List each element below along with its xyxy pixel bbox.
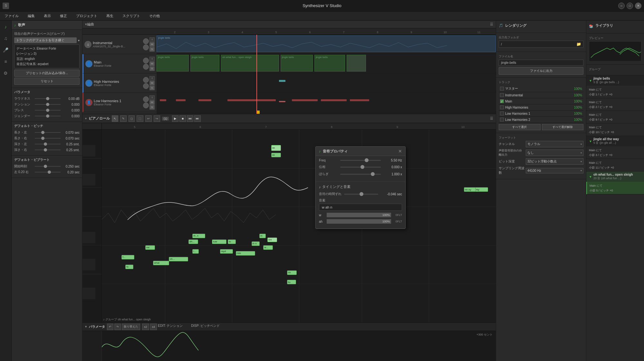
menu-play[interactable]: 再生: [104, 13, 115, 19]
lib-item-ohwhat-5[interactable]: Main にて 小節 5 / ピッチ +0: [586, 182, 644, 194]
checkbox-main[interactable]: ✓: [500, 99, 504, 103]
clip-lh-2[interactable]: [176, 99, 186, 101]
maximize-button[interactable]: □: [627, 3, 633, 9]
pitch-len-left-slider[interactable]: [35, 130, 61, 135]
icon-layers[interactable]: ≡: [2, 57, 10, 66]
pitch-depth-right-slider[interactable]: [35, 148, 61, 152]
checkbox-hh[interactable]: [500, 105, 504, 109]
icon-settings[interactable]: ⚙: [2, 69, 10, 77]
note-l[interactable]: l...: [192, 249, 199, 254]
note-fu[interactable]: fu: [125, 265, 133, 269]
reset-btn[interactable]: リセット: [14, 78, 80, 85]
note-ax[interactable]: ax: [271, 153, 281, 157]
track-s-lh[interactable]: S: [149, 105, 155, 110]
lib-item-main-9[interactable]: Main にて 小節 9 / ピッチ +0: [586, 111, 644, 123]
transport-stop[interactable]: ■: [179, 115, 186, 122]
db-chevron-icon[interactable]: ▾: [78, 39, 80, 42]
dialog-freq-slider[interactable]: [340, 160, 381, 161]
note-th[interactable]: th..n: [192, 234, 205, 238]
format-voice-select[interactable]: なし ▾: [526, 150, 583, 156]
track-pan-main[interactable]: [143, 64, 149, 70]
clip-lh-7[interactable]: [321, 99, 347, 101]
lib-item-jingleall-11[interactable]: Main にて 小節 11 / ピッチ +0: [586, 159, 644, 171]
param-area-collapse[interactable]: ▾: [85, 325, 87, 329]
note-hly[interactable]: hly: [475, 187, 488, 192]
clip-instrumental[interactable]: jingle bells: [157, 35, 496, 52]
lib-item-main-10[interactable]: Main にて 小節 10 / ピッチ +0: [586, 123, 644, 136]
minimize-button[interactable]: –: [618, 3, 625, 9]
note-rayd[interactable]: rayd: [220, 249, 233, 254]
track-volume-knob[interactable]: [143, 38, 149, 44]
note-ride[interactable]: ride: [236, 251, 255, 256]
note-what[interactable]: what: [153, 261, 169, 265]
note-tuw[interactable]: tuw: [212, 239, 226, 244]
timing-offset-slider[interactable]: [344, 194, 378, 195]
filename-field[interactable]: jingle-bells: [499, 60, 583, 66]
transport-back[interactable]: ⏮: [187, 115, 193, 122]
track-mute-instrumental[interactable]: I: [149, 37, 155, 42]
clip-main-6[interactable]: [347, 55, 366, 72]
tool-cursor[interactable]: ↖: [112, 115, 118, 122]
pitch-depth-left-slider[interactable]: [35, 142, 61, 146]
menu-script[interactable]: スクリプト: [120, 13, 142, 19]
menu-edit[interactable]: 編集: [26, 13, 37, 19]
menu-view[interactable]: 表示: [42, 13, 53, 19]
note-ow[interactable]: ow: [145, 245, 155, 250]
note-lh-n[interactable]: lh n: [252, 241, 260, 246]
pitch-len-right-slider[interactable]: [35, 136, 61, 141]
tool-redo[interactable]: ↪: [154, 115, 160, 122]
menu-file[interactable]: ファイル: [3, 13, 21, 19]
clip-lh-6[interactable]: [292, 99, 318, 101]
db-default-btn[interactable]: トラックのデフォルトを引き継ぐ: [14, 37, 77, 43]
menu-other[interactable]: その他: [147, 13, 162, 19]
note-liu[interactable]: liu: [287, 280, 296, 284]
note-in[interactable]: in: [259, 234, 266, 238]
track-pan-knob[interactable]: [143, 44, 149, 50]
checkbox-master[interactable]: [500, 87, 504, 91]
dialog-blur-slider[interactable]: [340, 174, 381, 175]
piano-roll-collapse-icon[interactable]: ▾: [85, 117, 87, 120]
piano-roll-menu-icon[interactable]: ☰: [490, 116, 493, 121]
param-x4[interactable]: x4: [150, 324, 157, 330]
checkbox-lh1[interactable]: [500, 112, 504, 115]
dialog-close-btn[interactable]: ✕: [398, 149, 402, 154]
param-gender-slider[interactable]: [35, 114, 61, 118]
format-bit-select[interactable]: 32ビット浮動小数点 ▾: [526, 158, 583, 165]
param-breath-slider[interactable]: [35, 108, 61, 112]
icon-music[interactable]: ♫: [2, 34, 10, 43]
dialog-pos-slider[interactable]: [340, 167, 381, 168]
note-f[interactable]: f...: [121, 255, 134, 259]
clip-lh-3[interactable]: [198, 99, 211, 101]
param-loudness-slider[interactable]: [35, 96, 61, 101]
param-tool-2[interactable]: ↷: [114, 324, 121, 330]
track-mute-lh[interactable]: I: [149, 95, 155, 100]
track-m-hh[interactable]: M: [149, 81, 155, 85]
note-oni[interactable]: oni: [267, 238, 277, 242]
param-x2[interactable]: x2: [142, 324, 149, 330]
preset-btn[interactable]: プリセットの読み込み/保存...: [14, 70, 80, 77]
clip-main-5[interactable]: jingle bells: [314, 55, 345, 72]
note-to[interactable]: to: [228, 239, 236, 244]
folder-browse-btn[interactable]: 📁: [576, 42, 581, 46]
format-sr-select[interactable]: 44100 Hz ▾: [526, 168, 583, 173]
track-m-lh[interactable]: M: [149, 100, 155, 105]
checkbox-instrumental[interactable]: [500, 93, 504, 97]
output-btn[interactable]: ファイルに出力: [499, 67, 583, 75]
clip-lh-5[interactable]: [279, 101, 285, 102]
tool-eraser[interactable]: ◻: [129, 115, 135, 122]
clip-main-1[interactable]: jingle bells: [157, 55, 189, 72]
clip-lh-1[interactable]: [160, 99, 166, 101]
checkbox-lh2[interactable]: [500, 118, 504, 122]
track-m-main[interactable]: M: [149, 62, 155, 66]
track-s-instrumental[interactable]: S: [149, 47, 155, 52]
note-ax-selected[interactable]: ax: [271, 145, 281, 151]
format-channel-select[interactable]: モノラル ▾: [526, 141, 583, 147]
track-m-instrumental[interactable]: M: [149, 42, 155, 47]
vibrato-depth-slider[interactable]: [35, 170, 61, 174]
param-tool-1[interactable]: ↶: [107, 324, 113, 330]
deselect-all-btn[interactable]: すべて選択解除: [542, 124, 584, 130]
note-w2[interactable]: w...: [263, 245, 273, 250]
track-mute-hh[interactable]: I: [149, 76, 155, 81]
clip-main-4[interactable]: jingle bells: [281, 55, 313, 72]
menu-project[interactable]: プロジェクト: [74, 13, 99, 19]
